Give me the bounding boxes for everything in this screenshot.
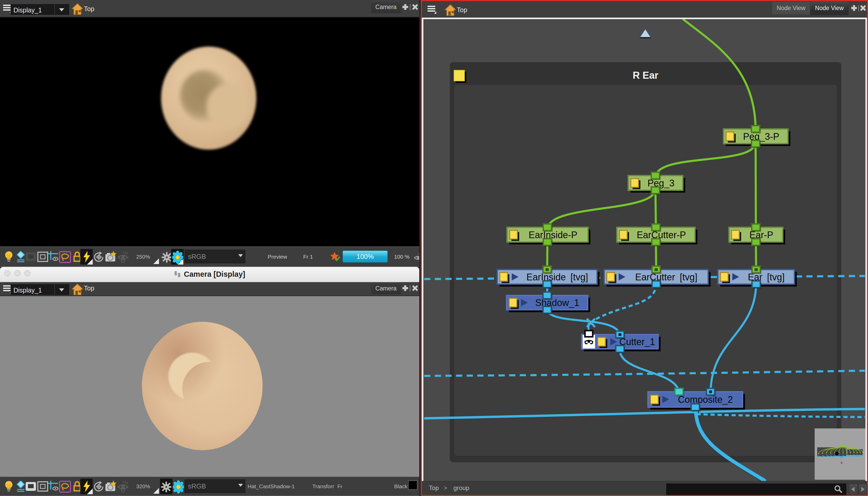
render-preview-icon[interactable] [414, 251, 419, 263]
add-view-icon[interactable] [851, 5, 857, 11]
node-marker-icon[interactable] [731, 230, 739, 239]
port[interactable] [752, 239, 760, 245]
grid-overlay-icon[interactable] [48, 480, 60, 493]
background-color-swatch[interactable] [408, 480, 417, 490]
tab-camera-bottom[interactable]: Camera [371, 283, 401, 294]
grid-overlay-icon[interactable] [48, 251, 60, 264]
node-marker-icon[interactable] [720, 273, 728, 281]
add-view-icon[interactable] [402, 4, 409, 10]
add-view-icon[interactable] [402, 285, 409, 292]
node-marker-icon[interactable] [509, 298, 517, 307]
node-graph-canvas[interactable]: R EarPeg_3-PPeg_3EarInside-PEarCutter-PE… [423, 19, 865, 481]
safe-area-icon[interactable] [37, 481, 48, 492]
home-label[interactable]: Top [84, 284, 94, 292]
nav-back-button[interactable] [849, 484, 858, 495]
camera-view-eye-icon[interactable] [117, 251, 129, 264]
home-icon[interactable] [72, 283, 83, 295]
snapshot-icon[interactable] [105, 480, 117, 493]
colorspace-selector[interactable]: sRGB [185, 479, 245, 493]
reset-view-icon[interactable] [93, 480, 105, 493]
gear-icon[interactable] [161, 480, 171, 494]
lasso-select-icon[interactable] [59, 251, 71, 264]
camera-mask-icon[interactable] [25, 482, 36, 491]
node-marker-icon[interactable] [500, 273, 508, 281]
display-selector[interactable]: Display_1 [11, 4, 69, 15]
floating-window-titlebar[interactable]: Camera [Display] [0, 267, 419, 282]
close-view-icon[interactable] [412, 4, 418, 10]
display-selector-arrow-icon[interactable] [55, 4, 69, 15]
port[interactable] [652, 281, 660, 288]
navigator-minimap[interactable] [815, 429, 865, 480]
port[interactable] [752, 281, 760, 288]
node-marker-icon[interactable] [607, 273, 615, 281]
cable-2[interactable] [756, 142, 756, 229]
camera-mask-icon[interactable] [25, 252, 36, 262]
group-marker-icon[interactable] [454, 70, 465, 81]
layers-icon[interactable] [15, 251, 27, 263]
port[interactable] [543, 224, 552, 231]
light-table-icon[interactable] [4, 480, 14, 493]
port[interactable] [651, 172, 660, 179]
port[interactable] [652, 239, 660, 245]
breadcrumb-current[interactable]: group [453, 484, 469, 492]
node-label: EarInside-P [528, 230, 577, 240]
lasso-select-icon[interactable] [59, 480, 71, 493]
display-selector-arrow-icon[interactable] [55, 284, 69, 295]
camera-viewport-top[interactable] [0, 17, 419, 246]
node-search-input[interactable] [666, 484, 846, 495]
port[interactable] [543, 307, 551, 313]
camera-view-eye-icon[interactable] [117, 480, 129, 493]
tab-node-view-active[interactable]: Node View [810, 2, 849, 15]
panel-menu-icon[interactable] [3, 285, 11, 293]
reset-view-icon[interactable] [93, 251, 105, 264]
node-marker-icon[interactable] [510, 230, 517, 239]
node-marker-icon[interactable] [598, 337, 605, 346]
port[interactable] [751, 126, 760, 132]
favorite-check-icon[interactable] [330, 252, 340, 262]
gear-icon[interactable] [161, 250, 172, 265]
zoom-level[interactable]: 320% [136, 483, 150, 490]
display-selector[interactable]: Display_1 [11, 284, 69, 295]
port[interactable] [752, 224, 760, 231]
node-marker-icon[interactable] [726, 132, 734, 141]
home-label[interactable]: Top [84, 5, 94, 13]
port[interactable] [543, 281, 551, 288]
panel-menu-icon[interactable] [428, 6, 435, 13]
opengl-flower-icon[interactable] [173, 480, 184, 494]
zoom-level[interactable]: 250% [136, 254, 150, 260]
tab-node-view-inactive[interactable]: Node View [772, 2, 810, 14]
close-view-icon[interactable] [860, 5, 866, 11]
minimap-node-dot [839, 452, 839, 453]
port-hole [618, 333, 621, 336]
colorspace-selector[interactable]: sRGB [185, 250, 245, 263]
parent-group-triangle[interactable] [640, 29, 651, 37]
node-marker-icon[interactable] [650, 395, 658, 404]
search-icon [834, 485, 843, 494]
port[interactable] [543, 292, 551, 299]
port[interactable] [675, 388, 683, 395]
render-progress-button[interactable]: 100% [343, 251, 388, 263]
home-label[interactable]: Top [457, 6, 467, 14]
port[interactable] [652, 224, 660, 231]
home-icon[interactable] [445, 4, 456, 16]
port[interactable] [651, 187, 660, 193]
safe-area-icon[interactable] [37, 252, 48, 262]
light-table-icon[interactable] [4, 251, 14, 264]
cutter-matte-port[interactable] [585, 330, 593, 337]
camera-bottom-header: Display_1 Top Camera [0, 282, 419, 296]
breadcrumb-root[interactable]: Top [429, 484, 439, 492]
tab-camera-top[interactable]: Camera [371, 1, 401, 13]
port[interactable] [543, 239, 552, 245]
home-icon[interactable] [72, 3, 83, 15]
nav-forward-button[interactable] [859, 484, 867, 495]
close-view-icon[interactable] [412, 285, 418, 292]
port[interactable] [751, 140, 760, 147]
snapshot-icon[interactable] [105, 251, 117, 264]
port[interactable] [616, 345, 624, 352]
node-marker-icon[interactable] [619, 230, 627, 239]
layers-icon[interactable] [15, 481, 27, 493]
camera-viewport-bottom[interactable] [0, 296, 419, 477]
port[interactable] [691, 404, 699, 410]
node-marker-icon[interactable] [631, 179, 639, 187]
panel-menu-icon[interactable] [3, 5, 11, 12]
